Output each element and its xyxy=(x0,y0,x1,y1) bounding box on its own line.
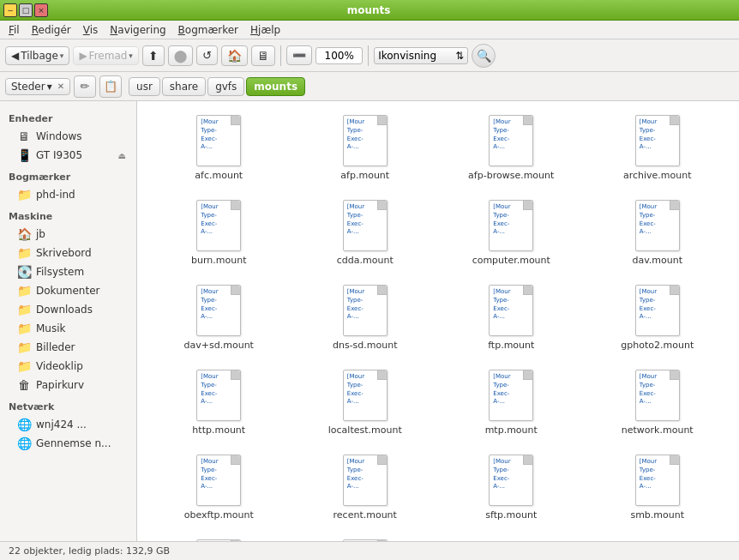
sidebar-section-bogmaerker: Bogmærker xyxy=(0,165,136,185)
sidebar-section-enheder: Enheder xyxy=(0,106,136,127)
menu-hjaelp[interactable]: Hjælp xyxy=(245,22,285,38)
sidebar-item-windows[interactable]: 🖥 Windows xyxy=(2,127,135,146)
back-icon: ◀ xyxy=(11,50,19,62)
breadcrumb-usr[interactable]: usr xyxy=(129,77,160,96)
forward-button[interactable]: ▶ Fremad ▾ xyxy=(73,46,139,65)
file-label: archive.mount xyxy=(623,170,692,181)
file-label: dns-sd.mount xyxy=(333,340,398,351)
file-item[interactable]: [MourType-Exec-A-...gphoto2.mount xyxy=(585,280,731,356)
menu-vis[interactable]: Vis xyxy=(78,22,104,38)
file-item[interactable]: [MourType-Exec-A-...smb-browse.mount xyxy=(146,534,292,541)
minimize-button[interactable]: − xyxy=(3,3,17,17)
file-grid: [MourType-Exec-A-...afc.mount[MourType-E… xyxy=(146,110,730,541)
breadcrumb-share[interactable]: share xyxy=(162,77,206,96)
menu-bogmaerker[interactable]: Bogmærker xyxy=(173,22,243,38)
file-item[interactable]: [MourType-Exec-A-...dav.mount xyxy=(585,195,731,271)
file-label: mtp.mount xyxy=(485,425,538,436)
toolbar: ◀ Tilbage ▾ ▶ Fremad ▾ ⬆ ⬤ ↺ 🏠 🖥 ➖ 100% … xyxy=(0,39,739,72)
file-label: smb.mount xyxy=(630,509,684,521)
file-label: http.mount xyxy=(192,425,245,436)
main-area: Enheder 🖥 Windows 📱 GT I9305 ⏏ Bogmærker… xyxy=(0,101,739,541)
file-item[interactable]: [MourType-Exec-A-...smb.mount xyxy=(585,449,731,526)
folder-icon-2: 📁 xyxy=(17,246,31,260)
file-label: ftp.mount xyxy=(488,340,534,351)
file-item[interactable]: [MourType-Exec-A-...localtest.mount xyxy=(292,364,439,441)
back-button[interactable]: ◀ Tilbage ▾ xyxy=(5,46,69,65)
sidebar: Enheder 🖥 Windows 📱 GT I9305 ⏏ Bogmærker… xyxy=(0,101,137,541)
close-button[interactable]: × xyxy=(34,3,48,17)
sidebar-section-maskine: Maskine xyxy=(0,204,136,225)
file-item[interactable]: [MourType-Exec-A-...dns-sd.mount xyxy=(292,280,439,356)
file-item[interactable]: [MourType-Exec-A-...computer.mount xyxy=(438,195,585,271)
up-button[interactable]: ⬆ xyxy=(142,45,165,66)
file-label: gphoto2.mount xyxy=(621,340,694,351)
places-close-icon[interactable]: ✕ xyxy=(57,81,64,91)
stop-button[interactable]: ⬤ xyxy=(168,45,194,66)
file-item[interactable]: [MourType-Exec-A-...ftp.mount xyxy=(438,280,585,356)
places-dropdown-icon: ▾ xyxy=(47,81,52,93)
folder-icon: 📁 xyxy=(17,188,31,202)
file-item[interactable]: [MourType-Exec-A-...afp-browse.mount xyxy=(438,110,585,186)
file-item[interactable]: [MourType-Exec-A-...obexftp.mount xyxy=(146,449,292,526)
sidebar-item-papirkurv[interactable]: 🗑 Papirkurv xyxy=(2,376,135,394)
sidebar-item-dokumenter[interactable]: 📁 Dokumenter xyxy=(2,281,135,300)
file-area: [MourType-Exec-A-...afc.mount[MourType-E… xyxy=(137,101,739,541)
forward-icon: ▶ xyxy=(79,50,87,62)
eject-icon[interactable]: ⏏ xyxy=(118,151,126,160)
file-item[interactable]: [MourType-Exec-A-...cdda.mount xyxy=(292,195,439,271)
sidebar-item-skrivebord[interactable]: 📁 Skrivebord xyxy=(2,244,135,262)
places-panel[interactable]: Steder ▾ ✕ xyxy=(5,78,70,95)
file-item[interactable]: [MourType-Exec-A-...afc.mount xyxy=(146,110,292,186)
sidebar-item-gt9305[interactable]: 📱 GT I9305 ⏏ xyxy=(2,146,135,165)
location-bar: Steder ▾ ✕ ✏ 📋 usr share gvfs mounts xyxy=(0,72,739,101)
computer-button[interactable]: 🖥 xyxy=(251,45,275,66)
sidebar-item-gennemse[interactable]: 🌐 Gennemse n... xyxy=(2,434,135,453)
breadcrumb: usr share gvfs mounts xyxy=(129,77,305,96)
breadcrumb-gvfs[interactable]: gvfs xyxy=(207,77,244,96)
view-selector[interactable]: Ikonvisning ⇅ xyxy=(374,47,468,64)
sidebar-item-billeder[interactable]: 📁 Billeder xyxy=(2,338,135,357)
file-item[interactable]: [MourType-Exec-A-...recent.mount xyxy=(292,449,439,526)
file-item[interactable]: [MourType-Exec-A-...afp.mount xyxy=(292,110,439,186)
menu-navigering[interactable]: Navigering xyxy=(105,22,171,38)
home-button[interactable]: 🏠 xyxy=(221,45,248,66)
file-item[interactable]: [MourType-Exec-A-...archive.mount xyxy=(585,110,731,186)
folder-icon-7: 📁 xyxy=(17,359,31,373)
file-item[interactable]: [MourType-Exec-A-...dav+sd.mount xyxy=(146,280,292,356)
toolbar-separator-2 xyxy=(368,45,369,66)
file-item[interactable]: [MourType-Exec-A-...mtp.mount xyxy=(438,364,585,441)
file-label: sftp.mount xyxy=(485,509,537,521)
sidebar-item-wnj424[interactable]: 🌐 wnj424 ... xyxy=(2,415,135,434)
breadcrumb-mounts[interactable]: mounts xyxy=(246,77,305,96)
maximize-button[interactable]: □ xyxy=(19,3,33,17)
sidebar-item-musik[interactable]: 📁 Musik xyxy=(2,319,135,338)
sidebar-item-videoklip[interactable]: 📁 Videoklip xyxy=(2,357,135,376)
sidebar-item-phd-ind[interactable]: 📁 phd-ind xyxy=(2,185,135,204)
menu-rediger[interactable]: Redigér xyxy=(27,22,76,38)
file-item[interactable]: [MourType-Exec-A-...sftp.mount xyxy=(438,449,585,526)
zoom-level: 100% xyxy=(315,47,363,64)
menu-fil[interactable]: Fil xyxy=(3,22,25,38)
file-item[interactable]: [MourType-Exec-A-...network.mount xyxy=(585,364,731,441)
sidebar-item-filsystem[interactable]: 💽 Filsystem xyxy=(2,262,135,281)
network-icon: 🌐 xyxy=(17,418,31,431)
search-button[interactable]: 🔍 xyxy=(472,44,496,68)
file-label: localtest.mount xyxy=(328,425,402,436)
file-item[interactable]: [MourType-Exec-A-...burn.mount xyxy=(146,195,292,271)
titlebar: − □ × mounts xyxy=(0,0,739,21)
disk-icon: 💽 xyxy=(17,265,31,279)
edit-location-button[interactable]: ✏ xyxy=(74,75,96,98)
zoom-out-button[interactable]: ➖ xyxy=(286,45,312,65)
phone-icon: 📱 xyxy=(17,148,31,162)
file-label: cdda.mount xyxy=(337,255,394,266)
file-label: recent.mount xyxy=(333,509,397,521)
folder-icon-4: 📁 xyxy=(17,303,31,316)
sidebar-item-downloads[interactable]: 📁 Downloads xyxy=(2,300,135,319)
sidebar-item-jb[interactable]: 🏠 jb xyxy=(2,225,135,244)
file-item[interactable]: [MourType-Exec-A-...trash.mount xyxy=(292,534,439,541)
toggle-view-button[interactable]: 📋 xyxy=(99,75,122,98)
file-label: afp.mount xyxy=(340,170,389,181)
reload-button[interactable]: ↺ xyxy=(196,45,218,65)
view-dropdown-icon: ⇅ xyxy=(455,50,464,62)
file-item[interactable]: [MourType-Exec-A-...http.mount xyxy=(146,364,292,441)
